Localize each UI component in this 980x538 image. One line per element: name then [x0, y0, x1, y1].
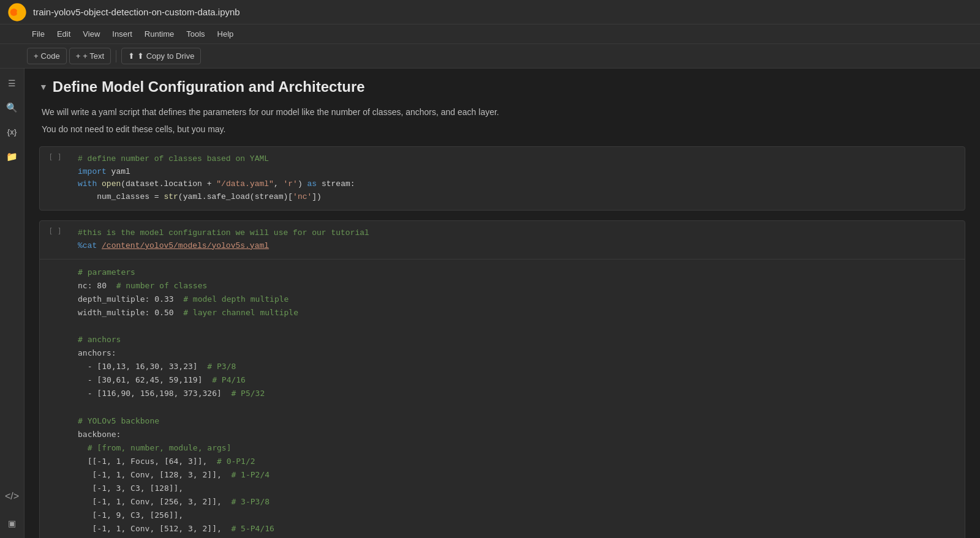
copy-to-drive-button[interactable]: ⬆ ⬆ Copy to Drive — [121, 48, 201, 64]
sidebar-icon-variables[interactable]: {x} — [2, 122, 22, 142]
menu-file[interactable]: File — [27, 28, 50, 40]
content-area: ▼ Define Model Configuration and Archite… — [24, 69, 980, 538]
drive-icon: ⬆ — [128, 51, 135, 61]
svg-point-2 — [17, 9, 24, 16]
top-bar: train-yolov5-object-detection-on-custom-… — [0, 0, 980, 24]
sidebar-icon-search[interactable]: 🔍 — [2, 98, 22, 118]
cell-gutter-2: [ ] — [40, 221, 70, 538]
menu-edit[interactable]: Edit — [52, 28, 75, 40]
sidebar-icon-files[interactable]: 📁 — [2, 147, 22, 166]
output-text: # parameters nc: 80 # number of classes … — [78, 266, 957, 538]
cell2-line1: #this is the model configuration we will… — [78, 227, 957, 240]
add-code-label: Code — [41, 51, 60, 61]
copy-to-drive-label: ⬆ Copy to Drive — [137, 51, 194, 61]
menu-insert[interactable]: Insert — [107, 28, 137, 40]
svg-point-1 — [10, 9, 18, 16]
code-cell-1[interactable]: [ ] # define number of classes based on … — [39, 146, 965, 211]
menu-runtime[interactable]: Runtime — [140, 28, 179, 40]
sidebar-icon-terminal[interactable]: ▣ — [2, 514, 22, 533]
description-1: We will write a yaml script that defines… — [39, 105, 965, 119]
menu-tools[interactable]: Tools — [181, 28, 209, 40]
description-2: You do not need to edit these cells, but… — [39, 122, 965, 136]
toolbar-divider — [116, 50, 116, 62]
section-header: ▼ Define Model Configuration and Archite… — [39, 78, 965, 95]
cell1-line2: import yaml — [78, 166, 957, 179]
plus-text-icon: + — [76, 51, 81, 61]
cell2-line2: %cat /content/yolov5/models/yolov5s.yaml — [78, 240, 957, 253]
sidebar-icons: ☰ 🔍 {x} 📁 </> ▣ — [0, 69, 24, 538]
collapse-arrow[interactable]: ▼ — [39, 82, 48, 92]
plus-icon: + — [34, 51, 39, 61]
menu-view[interactable]: View — [78, 28, 105, 40]
section-title: Define Model Configuration and Architect… — [53, 78, 365, 95]
code-cell-2[interactable]: [ ] #this is the model configuration we … — [39, 220, 965, 538]
cell-bracket-1: [ ] — [48, 153, 62, 162]
main-layout: ☰ 🔍 {x} 📁 </> ▣ ▼ Define Model Configura… — [0, 69, 980, 538]
sidebar-icon-code[interactable]: </> — [2, 487, 22, 506]
add-code-button[interactable]: + Code — [27, 48, 67, 64]
cell-content-2: #this is the model configuration we will… — [70, 221, 965, 259]
sidebar-icon-toc[interactable]: ☰ — [2, 73, 22, 93]
notebook-title: train-yolov5-object-detection-on-custom-… — [33, 7, 240, 17]
toolbar: + Code + + Text ⬆ ⬆ Copy to Drive — [0, 44, 980, 69]
add-text-label: + Text — [83, 51, 104, 61]
colab-logo — [7, 2, 27, 22]
cell-gutter-1: [ ] — [40, 147, 70, 210]
cell1-line4: num_classes = str(yaml.safe_load(stream)… — [78, 191, 957, 204]
cell1-line1: # define number of classes based on YAML — [78, 153, 957, 166]
menu-bar: File Edit View Insert Runtime Tools Help — [0, 24, 980, 44]
cell2-output: # parameters nc: 80 # number of classes … — [40, 259, 965, 538]
cell1-line3: with open(dataset.location + "/data.yaml… — [78, 178, 957, 191]
cell-bracket-2: [ ] — [48, 227, 62, 236]
cell-content-1: # define number of classes based on YAML… — [70, 147, 965, 210]
menu-help[interactable]: Help — [213, 28, 239, 40]
add-text-button[interactable]: + + Text — [69, 48, 111, 64]
